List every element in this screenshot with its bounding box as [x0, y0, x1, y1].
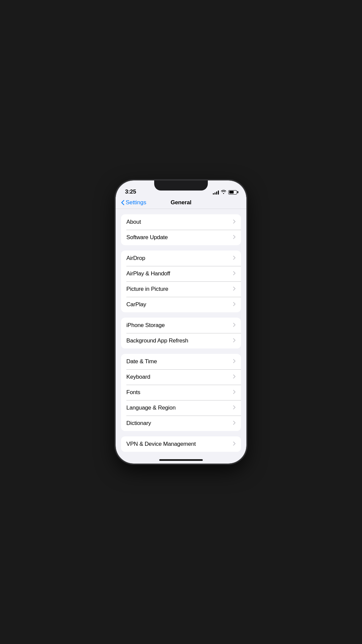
back-label: Settings	[126, 199, 146, 206]
scroll-content[interactable]: AboutSoftware UpdateAirDropAirPlay & Han…	[116, 209, 246, 457]
settings-label-vpn-device-management: VPN & Device Management	[126, 441, 196, 447]
chevron-right-icon	[233, 420, 236, 426]
chevron-right-icon	[233, 255, 236, 261]
settings-label-airdrop: AirDrop	[126, 255, 145, 262]
settings-row-background-app-refresh[interactable]: Background App Refresh	[121, 333, 241, 348]
chevron-right-icon	[233, 359, 236, 365]
chevron-right-icon	[233, 374, 236, 380]
settings-label-airplay-handoff: AirPlay & Handoff	[126, 270, 170, 277]
settings-row-dictionary[interactable]: Dictionary	[121, 416, 241, 431]
notch	[154, 180, 208, 191]
home-indicator	[159, 459, 203, 461]
settings-label-software-update: Software Update	[126, 234, 168, 241]
back-button[interactable]: Settings	[121, 199, 146, 206]
settings-label-keyboard: Keyboard	[126, 374, 150, 380]
phone-frame: 3:25	[116, 180, 246, 464]
settings-group-2: AirDropAirPlay & HandoffPicture in Pictu…	[121, 251, 241, 312]
settings-group-3: iPhone StorageBackground App Refresh	[121, 318, 241, 348]
settings-label-about: About	[126, 219, 141, 225]
settings-label-iphone-storage: iPhone Storage	[126, 322, 165, 329]
settings-label-dictionary: Dictionary	[126, 420, 151, 427]
settings-row-carplay[interactable]: CarPlay	[121, 297, 241, 312]
settings-row-airplay-handoff[interactable]: AirPlay & Handoff	[121, 266, 241, 281]
nav-bar: Settings General	[116, 197, 246, 209]
settings-group-4: Date & TimeKeyboardFontsLanguage & Regio…	[121, 354, 241, 431]
chevron-right-icon	[233, 322, 236, 328]
chevron-right-icon	[233, 441, 236, 447]
settings-label-fonts: Fonts	[126, 389, 140, 396]
settings-row-vpn-device-management[interactable]: VPN & Device Management	[121, 436, 241, 452]
settings-group-5: VPN & Device Management	[121, 436, 241, 452]
battery-icon	[228, 190, 237, 195]
settings-row-about[interactable]: About	[121, 214, 241, 230]
settings-row-picture-in-picture[interactable]: Picture in Picture	[121, 281, 241, 297]
settings-row-fonts[interactable]: Fonts	[121, 385, 241, 400]
settings-label-background-app-refresh: Background App Refresh	[126, 337, 188, 344]
settings-row-iphone-storage[interactable]: iPhone Storage	[121, 318, 241, 333]
settings-row-language-region[interactable]: Language & Region	[121, 400, 241, 416]
chevron-right-icon	[233, 389, 236, 395]
settings-row-airdrop[interactable]: AirDrop	[121, 251, 241, 266]
settings-group-1: AboutSoftware Update	[121, 214, 241, 245]
chevron-right-icon	[233, 234, 236, 240]
chevron-right-icon	[233, 271, 236, 277]
settings-row-keyboard[interactable]: Keyboard	[121, 369, 241, 385]
settings-label-picture-in-picture: Picture in Picture	[126, 286, 168, 292]
settings-label-language-region: Language & Region	[126, 405, 176, 411]
settings-label-date-time: Date & Time	[126, 358, 157, 365]
chevron-right-icon	[233, 302, 236, 308]
phone-screen: 3:25	[116, 180, 246, 464]
signal-icon	[213, 190, 219, 195]
wifi-icon	[221, 189, 226, 195]
chevron-right-icon	[233, 286, 236, 292]
status-icons	[213, 189, 237, 195]
status-time: 3:25	[125, 189, 136, 195]
chevron-right-icon	[233, 405, 236, 411]
settings-label-carplay: CarPlay	[126, 301, 146, 308]
chevron-right-icon	[233, 338, 236, 344]
page-title: General	[171, 199, 191, 206]
settings-row-software-update[interactable]: Software Update	[121, 230, 241, 245]
chevron-right-icon	[233, 219, 236, 225]
battery-fill	[229, 191, 234, 194]
settings-row-date-time[interactable]: Date & Time	[121, 354, 241, 369]
